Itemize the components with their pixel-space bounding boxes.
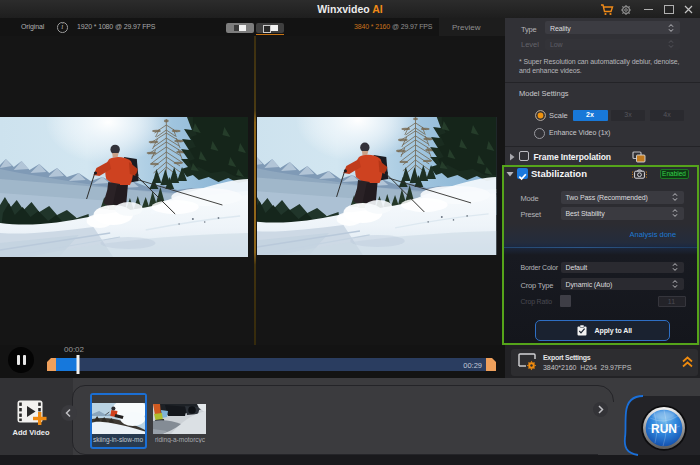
svg-text:00:29: 00:29 <box>463 361 482 370</box>
svg-text:RUN: RUN <box>651 422 677 436</box>
